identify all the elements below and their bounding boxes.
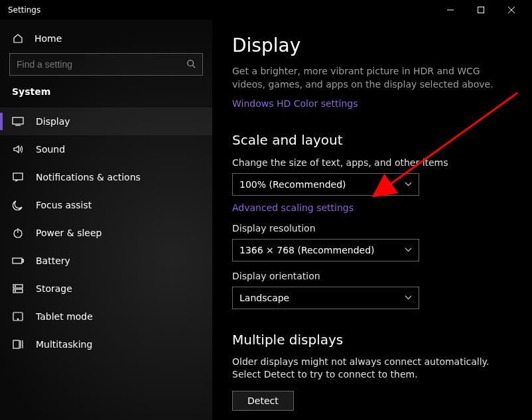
sidebar-item-label: Multitasking: [36, 339, 92, 350]
maximize-button[interactable]: [466, 0, 496, 20]
search-input-wrap[interactable]: [9, 53, 203, 76]
sidebar-item-sound[interactable]: Sound: [0, 135, 212, 163]
sound-icon: [12, 144, 24, 155]
sidebar: Home System Display: [0, 20, 212, 420]
svg-line-5: [193, 65, 196, 68]
multitasking-icon: [12, 340, 24, 349]
detect-button-label: Detect: [247, 395, 279, 406]
sidebar-item-focus-assist[interactable]: Focus assist: [0, 191, 212, 219]
sidebar-item-storage[interactable]: Storage: [0, 275, 212, 303]
hd-color-settings-link[interactable]: Windows HD Color settings: [232, 98, 358, 109]
svg-rect-1: [478, 7, 484, 13]
sidebar-item-label: Battery: [36, 255, 70, 266]
sidebar-item-label: Tablet mode: [36, 311, 93, 322]
multiple-displays-desc: Older displays might not always connect …: [232, 356, 512, 382]
hdr-description: Get a brighter, more vibrant picture in …: [232, 64, 512, 92]
sidebar-item-display[interactable]: Display: [0, 107, 212, 135]
search-input[interactable]: [17, 59, 186, 70]
svg-rect-6: [13, 117, 23, 124]
sidebar-item-label: Power & sleep: [36, 228, 101, 238]
window-title: Settings: [8, 5, 40, 15]
svg-rect-12: [23, 259, 24, 262]
sidebar-item-power-sleep[interactable]: Power & sleep: [0, 219, 212, 247]
orientation-dropdown[interactable]: Landscape: [232, 287, 419, 309]
svg-rect-19: [13, 340, 19, 348]
chevron-down-icon: [405, 245, 412, 254]
home-icon: [12, 33, 24, 44]
home-label: Home: [34, 33, 62, 44]
resolution-dropdown-value: 1366 × 768 (Recommended): [239, 245, 374, 255]
orientation-label: Display orientation: [232, 271, 512, 281]
notifications-icon: [12, 172, 24, 182]
sidebar-item-tablet-mode[interactable]: Tablet mode: [0, 303, 212, 330]
display-icon: [12, 117, 24, 126]
advanced-scaling-link[interactable]: Advanced scaling settings: [232, 202, 354, 213]
scale-label: Change the size of text, apps, and other…: [232, 157, 512, 168]
minimize-button[interactable]: [435, 0, 466, 20]
scale-layout-heading: Scale and layout: [232, 132, 512, 148]
resolution-label: Display resolution: [232, 223, 512, 234]
svg-point-15: [15, 286, 15, 287]
resolution-dropdown[interactable]: 1366 × 768 (Recommended): [232, 239, 419, 261]
detect-button[interactable]: Detect: [232, 391, 294, 411]
power-icon: [12, 228, 24, 238]
sidebar-item-label: Notifications & actions: [36, 172, 141, 182]
sidebar-item-label: Focus assist: [36, 200, 92, 210]
orientation-dropdown-value: Landscape: [239, 293, 289, 303]
content-pane: Display Get a brighter, more vibrant pic…: [212, 20, 532, 420]
sidebar-item-battery[interactable]: Battery: [0, 247, 212, 275]
svg-rect-8: [13, 173, 23, 180]
sidebar-item-label: Sound: [36, 144, 65, 155]
category-label: System: [0, 82, 212, 102]
chevron-down-icon: [405, 180, 412, 188]
svg-point-4: [188, 60, 194, 66]
titlebar: Settings: [0, 0, 532, 20]
scale-dropdown-value: 100% (Recommended): [239, 179, 346, 190]
sidebar-item-label: Storage: [36, 283, 72, 294]
svg-rect-11: [13, 258, 22, 263]
home-nav[interactable]: Home: [0, 27, 212, 50]
sidebar-item-multitasking[interactable]: Multitasking: [0, 330, 212, 358]
sidebar-item-notifications[interactable]: Notifications & actions: [0, 163, 212, 191]
page-title: Display: [232, 35, 512, 56]
multiple-displays-heading: Multiple displays: [232, 332, 512, 348]
focus-assist-icon: [12, 200, 24, 210]
svg-point-16: [15, 291, 15, 291]
storage-icon: [12, 284, 24, 293]
battery-icon: [12, 257, 24, 265]
sidebar-item-label: Display: [36, 116, 70, 127]
tablet-icon: [12, 312, 24, 321]
close-button[interactable]: [496, 0, 527, 20]
svg-point-18: [17, 318, 18, 319]
scale-dropdown[interactable]: 100% (Recommended): [232, 173, 419, 196]
chevron-down-icon: [405, 293, 412, 302]
search-icon: [186, 58, 196, 71]
